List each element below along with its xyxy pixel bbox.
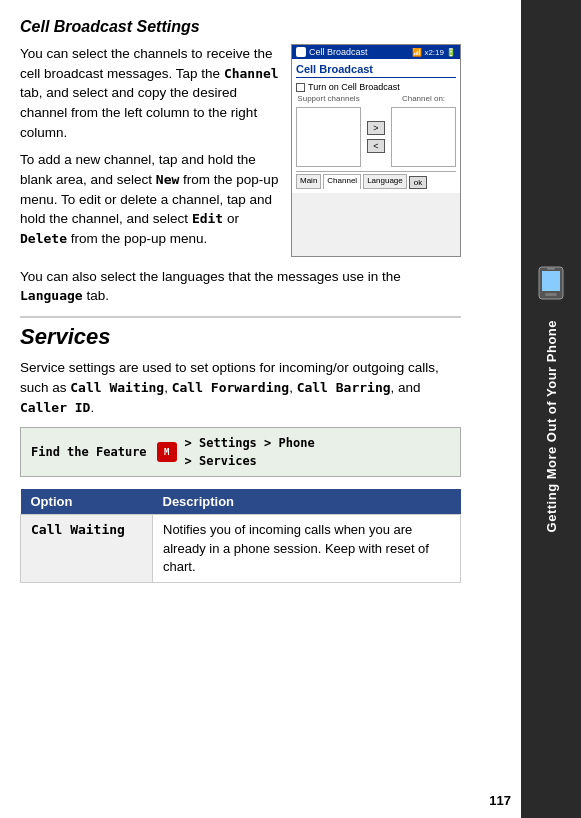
find-feature-path-text: > Settings > Phone > Services: [185, 434, 315, 470]
table-row: Call Waiting Notifies you of incoming ca…: [21, 515, 461, 583]
motorola-icon: M: [157, 442, 177, 462]
find-feature-path: M > Settings > Phone > Services: [157, 434, 315, 470]
table-cell-option: Call Waiting: [21, 515, 153, 583]
screenshot-body: Cell Broadcast Turn on Cell Broadcast Su…: [292, 59, 460, 193]
svg-rect-1: [542, 271, 560, 291]
table-header-option: Option: [21, 489, 153, 515]
screenshot-checkbox-label: Turn on Cell Broadcast: [308, 82, 400, 92]
table-header-description: Description: [153, 489, 461, 515]
find-feature-path-line2: > Services: [185, 452, 315, 470]
screenshot-checkbox: [296, 83, 305, 92]
screenshot-col-labels: Support channels Channel on:: [296, 94, 456, 103]
right-sidebar: Getting More Out of Your Phone: [521, 0, 581, 818]
screenshot-tab-main: Main: [296, 174, 321, 189]
table-header-row: Option Description: [21, 489, 461, 515]
screenshot-heading: Cell Broadcast: [296, 63, 456, 78]
cell-broadcast-para1: You can select the channels to receive t…: [20, 44, 279, 142]
table-body: Call Waiting Notifies you of incoming ca…: [21, 515, 461, 583]
screenshot-title-icon: [296, 47, 306, 57]
services-description: Service settings are used to set options…: [20, 358, 461, 417]
services-table: Option Description Call Waiting Notifies…: [20, 489, 461, 583]
svg-rect-3: [547, 268, 555, 270]
svg-rect-2: [545, 293, 557, 296]
sidebar-text: Getting More Out of Your Phone: [544, 320, 559, 532]
table-cell-description: Notifies you of incoming calls when you …: [153, 515, 461, 583]
screenshot-col-left: [296, 107, 361, 167]
cell-broadcast-text: You can select the channels to receive t…: [20, 44, 279, 257]
table-header: Option Description: [21, 489, 461, 515]
services-heading: Services: [20, 316, 461, 350]
screenshot-btn-left: <: [367, 139, 385, 153]
find-feature-label: Find the Feature: [31, 445, 147, 459]
find-feature-path-line1: > Settings > Phone: [185, 434, 315, 452]
screenshot-tab-language: Language: [363, 174, 407, 189]
cell-broadcast-para3: You can also select the languages that t…: [20, 267, 461, 306]
cell-broadcast-para2: To add a new channel, tap and hold the b…: [20, 150, 279, 249]
screenshot-col-left-label: Support channels: [296, 94, 361, 103]
screenshot-checkbox-row: Turn on Cell Broadcast: [296, 82, 456, 92]
cell-broadcast-block: You can select the channels to receive t…: [20, 44, 461, 257]
screenshot-title-text: Cell Broadcast: [309, 47, 368, 57]
screenshot-tabs: Main Channel Language ok: [296, 171, 456, 189]
screenshot-btn-col: > <: [367, 107, 385, 167]
screenshot-status-icons: 📶 x2:19 🔋: [412, 48, 456, 57]
page-container: Cell Broadcast Settings You can select t…: [0, 0, 581, 818]
screenshot-ok-btn: ok: [409, 176, 427, 189]
cell-broadcast-heading: Cell Broadcast Settings: [20, 18, 461, 36]
screenshot-col-right: [391, 107, 456, 167]
page-number: 117: [489, 793, 511, 808]
screenshot-btn-right: >: [367, 121, 385, 135]
screenshot-columns: > <: [296, 107, 456, 167]
main-content: Cell Broadcast Settings You can select t…: [0, 0, 521, 818]
find-feature-box: Find the Feature M > Settings > Phone > …: [20, 427, 461, 477]
screenshot-tab-channel: Channel: [323, 174, 361, 189]
sidebar-label-container: Getting More Out of Your Phone: [533, 0, 569, 798]
phone-icon: [533, 265, 569, 304]
screenshot-col-right-label: Channel on:: [391, 94, 456, 103]
screenshot-titlebar: Cell Broadcast 📶 x2:19 🔋: [292, 45, 460, 59]
cell-broadcast-screenshot: Cell Broadcast 📶 x2:19 🔋 Cell Broadcast …: [291, 44, 461, 257]
